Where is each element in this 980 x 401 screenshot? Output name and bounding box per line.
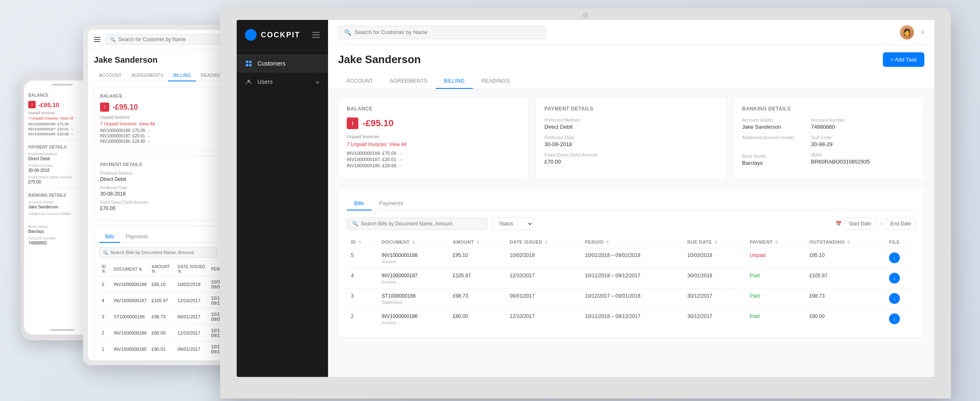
- banking-details-title: Banking Details: [742, 106, 916, 112]
- bills-tabs: Bills Payments: [347, 197, 916, 210]
- sidebar-item-customers[interactable]: Customers: [237, 54, 328, 73]
- topbar-menu-icon[interactable]: ≡: [921, 29, 924, 36]
- cell-outstanding: £105.97: [805, 269, 885, 289]
- bills-tab-payments[interactable]: Payments: [372, 197, 411, 210]
- tablet-bills-tab[interactable]: Bills: [99, 231, 120, 243]
- doc-name: INV1000000187: [382, 273, 445, 279]
- cell-due-date: 10/03/2018: [683, 248, 745, 269]
- download-button[interactable]: ↓: [889, 273, 900, 284]
- invoice-line-1: INV1000000188: £75.09 →: [347, 151, 520, 156]
- tablet-bills-search-icon: 🔍: [103, 250, 108, 255]
- phone-notch-bar: [52, 84, 73, 86]
- end-date-box[interactable]: End Date: [886, 218, 916, 230]
- download-button[interactable]: ↓: [889, 313, 900, 324]
- bills-search-input[interactable]: [361, 221, 483, 227]
- sidebar-item-users[interactable]: Users ▶: [237, 73, 328, 91]
- cell-amount: £105.97: [449, 269, 506, 289]
- tablet-col-amount: AMOUNT ⇅: [149, 262, 175, 276]
- tablet-cell-id: 2: [99, 325, 111, 341]
- cell-outstanding: £98.73: [805, 289, 885, 309]
- col-document[interactable]: DOCUMENT ⇅: [377, 236, 449, 248]
- cell-payment: Paid: [745, 289, 805, 309]
- unpaid-invoices-link[interactable]: 7 Unpaid Invoices: View All: [347, 142, 520, 147]
- calendar-icon: 📅: [835, 221, 842, 227]
- tablet-col-id: ID ⇅: [99, 262, 111, 276]
- bills-search-bar[interactable]: 🔍: [347, 218, 488, 230]
- page-header: Jake Sanderson + Add Task ACCOUNT AGREEM…: [328, 45, 934, 89]
- bills-table: ID ⇅ DOCUMENT ⇅ AMOUNT ⇅ DATE ISSUED ⇅ P…: [347, 236, 916, 329]
- tab-agreements[interactable]: AGREEMENTS: [381, 73, 436, 89]
- doc-name: INV1000000188: [382, 252, 445, 258]
- fixed-amount-value: £70.00: [544, 159, 718, 165]
- col-due-date[interactable]: DUE DATE ⇅: [683, 236, 745, 248]
- svg-rect-1: [249, 61, 252, 63]
- cell-date-issued: 10/02/2018: [506, 248, 581, 269]
- svg-rect-2: [246, 64, 248, 66]
- tablet-payments-tab[interactable]: Payments: [120, 231, 154, 243]
- col-file: FILE: [885, 236, 916, 248]
- balance-icon: !: [347, 117, 358, 129]
- sort-code-row: Sort Code 30-98-29: [811, 135, 870, 147]
- tablet-col-date: DATE ISSUED ⇅: [175, 262, 209, 276]
- tablet-tab-account[interactable]: ACCOUNT: [94, 70, 126, 81]
- cell-payment: Paid: [745, 309, 805, 330]
- pref-date-value: 30-08-2018: [544, 141, 718, 147]
- invoice-line-2: INV1000000187: £20.01 →: [347, 157, 520, 162]
- tablet-cell-date: 10/02/2018: [175, 276, 209, 293]
- download-button[interactable]: ↓: [889, 252, 900, 263]
- bank-name-value: Barclays: [742, 160, 794, 166]
- tablet-balance-value: -£95.10: [113, 103, 138, 112]
- tablet-bills-search[interactable]: 🔍: [99, 247, 217, 258]
- search-icon: 🔍: [344, 29, 351, 36]
- date-range-arrow: →: [878, 221, 883, 227]
- tablet-cell-doc: INV1000000185: [111, 341, 149, 357]
- pref-method-label: Preferred Method: [544, 117, 718, 122]
- invoice-1-arrow: →: [398, 151, 402, 156]
- cell-file: ↓: [885, 309, 916, 330]
- account-holder-row: Account Holder Jake Sanderson: [742, 117, 794, 130]
- cell-date-issued: 12/10/2017: [506, 269, 581, 289]
- cell-period: 10/11/2018 – 09/12/2017: [581, 269, 684, 289]
- tablet-cell-doc: INV1000000188: [111, 276, 149, 293]
- customers-icon: [245, 60, 252, 67]
- cell-id: 5: [347, 248, 377, 269]
- pref-date-label: Preferred Date: [544, 135, 718, 140]
- tablet-bills-search-input[interactable]: [110, 250, 213, 255]
- status-select[interactable]: Status Paid Unpaid: [492, 217, 534, 230]
- doc-name: INV1000000186: [382, 313, 445, 319]
- col-id[interactable]: ID ⇅: [347, 236, 377, 248]
- phone-balance-value: -£95.10: [38, 101, 59, 108]
- col-period[interactable]: PERIOD ⇅: [581, 236, 684, 248]
- tab-billing[interactable]: BILLING: [436, 73, 473, 89]
- additional-holder-value: [742, 141, 794, 149]
- tablet-tab-billing[interactable]: BILLING: [168, 70, 196, 81]
- download-button[interactable]: ↓: [889, 293, 900, 304]
- tab-account[interactable]: ACCOUNT: [338, 73, 381, 89]
- table-row: 2 INV1000000186 Invoice £80.00 12/10/201…: [347, 309, 916, 330]
- date-range: 📅 Start Date → End Date: [835, 218, 916, 230]
- svg-rect-3: [249, 64, 252, 66]
- additional-holder-label: Additional Account Holder: [742, 135, 794, 140]
- tablet-cell-amount: £105.97: [149, 293, 175, 309]
- status-badge: Paid: [750, 273, 760, 279]
- bills-section: Bills Payments 🔍 Status Paid Unpaid: [338, 188, 924, 338]
- col-outstanding[interactable]: OUTSTANDING ⇅: [805, 236, 885, 248]
- cell-payment: Unpaid: [745, 248, 805, 269]
- tablet-tab-agreements[interactable]: AGREEMENTS: [126, 70, 168, 81]
- account-holder-value: Jake Sanderson: [742, 124, 794, 130]
- balance-amount-row: ! -£95.10: [347, 117, 520, 129]
- tabs: ACCOUNT AGREEMENTS BILLING READINGS: [338, 73, 924, 88]
- tablet-cell-id: 5: [99, 276, 111, 293]
- search-input[interactable]: [355, 29, 539, 35]
- tab-readings[interactable]: READINGS: [473, 73, 518, 89]
- sidebar-hamburger-button[interactable]: [312, 32, 320, 38]
- add-task-button[interactable]: + Add Task: [883, 52, 924, 67]
- col-payment[interactable]: PAYMENT ⇅: [745, 236, 805, 248]
- tablet-hamburger-button[interactable]: [94, 37, 100, 42]
- bills-toolbar: 🔍 Status Paid Unpaid 📅 Start Date →: [347, 217, 916, 230]
- start-date-box[interactable]: Start Date: [844, 218, 876, 230]
- col-amount[interactable]: AMOUNT ⇅: [449, 236, 506, 248]
- search-bar[interactable]: 🔍: [338, 26, 546, 39]
- bills-tab-bills[interactable]: Bills: [347, 197, 372, 210]
- col-date-issued[interactable]: DATE ISSUED ⇅: [506, 236, 581, 248]
